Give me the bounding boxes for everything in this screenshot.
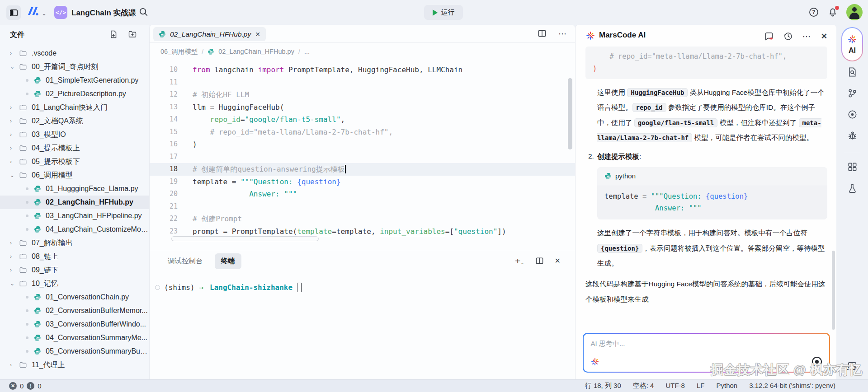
code-line[interactable]: 10from langchain import PromptTemplate, … — [150, 64, 575, 76]
bell-icon[interactable] — [827, 6, 838, 17]
marscode-logo[interactable] — [26, 6, 40, 17]
tree-file[interactable]: 03_ConversationBufferWindo... — [0, 317, 149, 331]
tree-item-label: 03_模型IO — [32, 130, 66, 140]
tree-item-label: 06_调用模型 — [32, 171, 73, 180]
tab-debug-console[interactable]: 调试控制台 — [168, 257, 203, 266]
avatar[interactable] — [846, 4, 863, 20]
tree-file[interactable]: 01_ConversationChain.py — [0, 290, 149, 304]
language-mode[interactable]: Python — [716, 382, 737, 390]
code-text: # 初始化HF LLM — [178, 89, 249, 101]
ai-input-box[interactable]: AI 思考中... — [583, 333, 830, 373]
stop-generation-icon[interactable] — [812, 357, 822, 367]
terminal-output[interactable]: (shims) → LangChain-shizhanke — [150, 272, 575, 292]
sidebar-toggle-icon[interactable] — [6, 5, 21, 20]
interpreter[interactable]: 3.12.2 64-bit ('shims': pyenv) — [749, 382, 835, 390]
ai-paragraph: 这里创建了一个字符串模板，用于构建问答对。模板中有一个占位符 {question… — [597, 225, 827, 271]
search-icon[interactable] — [138, 7, 149, 17]
code-line[interactable]: 20 Answer: """ — [150, 188, 575, 201]
code-line[interactable]: 22# 创建Prompt — [150, 213, 575, 225]
tree-folder[interactable]: ⌄10_记忆 — [0, 277, 149, 290]
code-line[interactable]: 11 — [150, 76, 575, 89]
extensions-icon[interactable] — [847, 158, 858, 176]
history-icon[interactable] — [783, 32, 793, 41]
tree-file[interactable]: 05_ConversationSummaryBuff... — [0, 345, 149, 358]
new-chat-icon[interactable] — [764, 32, 774, 42]
tree-file[interactable]: 02_ConversationBufferMemor... — [0, 304, 149, 317]
close-icon[interactable]: ✕ — [555, 257, 561, 265]
tree-folder[interactable]: ›01_LangChain快速入门 — [0, 101, 149, 114]
ai-code-block[interactable]: # repo_id="meta-llama/Llama-2-7b-chat-hf… — [585, 47, 827, 79]
tree-folder[interactable]: ⌄00_开篇词_奇点时刻 — [0, 60, 149, 74]
inline-code-chip: {question} — [597, 244, 642, 253]
code-line[interactable]: 12# 初始化HF LLM — [150, 89, 575, 101]
ai-code-block[interactable]: pythontemplate = """Question: {question}… — [597, 167, 827, 219]
code-line[interactable]: 15 # repo_id="meta-llama/Llama-2-7b-chat… — [150, 126, 575, 139]
breadcrumb-file[interactable]: 02_LangChain_HFHub.py — [218, 48, 294, 55]
editor-tab-bar: 02_LangChain_HFHub.py ✕ ⋯ — [150, 25, 575, 43]
close-icon[interactable]: ✕ — [821, 32, 827, 41]
editor-tab[interactable]: 02_LangChain_HFHub.py ✕ — [153, 27, 266, 41]
tree-folder[interactable]: ›02_文档QA系统 — [0, 114, 149, 128]
tree-folder[interactable]: ›04_提示模板上 — [0, 141, 149, 155]
folder-icon — [19, 144, 27, 152]
split-panel-icon[interactable] — [535, 257, 544, 265]
tree-folder[interactable]: ›05_提示模板下 — [0, 155, 149, 168]
tree-file[interactable]: 04_LangChain_CustomizeMod... — [0, 223, 149, 236]
code-editor[interactable]: 10from langchain import PromptTemplate, … — [150, 60, 575, 251]
code-line[interactable]: 19template = """Question: {question} — [150, 176, 575, 188]
problems-indicator[interactable]: ✕ 0 ! 0 — [0, 382, 42, 390]
code-line[interactable]: 17 — [150, 151, 575, 163]
encoding[interactable]: UTF-8 — [665, 382, 685, 390]
split-editor-icon[interactable] — [538, 29, 547, 39]
text-cursor — [345, 165, 346, 173]
tree-folder[interactable]: ›08_链上 — [0, 250, 149, 263]
cursor-position[interactable]: 行 18, 列 30 — [585, 382, 621, 390]
code-line[interactable]: 18# 创建简单的question-answering提示模板 — [150, 163, 575, 176]
new-folder-icon[interactable] — [128, 30, 137, 39]
tree-item-label: 01_LangChain快速入门 — [32, 103, 108, 112]
chevron-down-icon[interactable]: ⌄ — [122, 10, 127, 17]
python-file-icon — [34, 334, 41, 341]
tree-file[interactable]: 02_LangChain_HFHub.py — [0, 196, 149, 209]
tree-item-label: 11_代理上 — [32, 360, 65, 370]
tree-folder[interactable]: ›03_模型IO — [0, 128, 149, 141]
file-search-icon[interactable] — [847, 61, 858, 83]
tree-folder[interactable]: ⌄06_调用模型 — [0, 168, 149, 182]
folder-icon — [19, 49, 27, 57]
tree-file[interactable]: 01_HugggingFace_Llama.py — [0, 182, 149, 196]
tree-file[interactable]: 01_SimpleTextGeneration.py — [0, 74, 149, 87]
tree-file[interactable]: 04_ConversationSummaryMe... — [0, 331, 149, 345]
tree-folder[interactable]: ›.vscode — [0, 47, 149, 60]
divider — [844, 152, 860, 152]
more-icon[interactable]: ⋯ — [558, 29, 567, 39]
tree-folder[interactable]: ›09_链下 — [0, 263, 149, 277]
tree-folder[interactable]: ›07_解析输出 — [0, 236, 149, 250]
breadcrumb-folder[interactable]: 06_调用模型 — [160, 47, 198, 56]
run-button[interactable]: 运行 — [424, 5, 463, 20]
debug-icon[interactable] — [847, 125, 858, 146]
code-line[interactable]: 14 repo_id="google/flan-t5-small", — [150, 113, 575, 126]
indent-setting[interactable]: 空格: 4 — [633, 382, 654, 390]
tab-terminal[interactable]: 终端 — [215, 253, 241, 269]
eol-type[interactable]: LF — [697, 382, 705, 390]
chevron-down-icon[interactable]: ⌄ — [42, 10, 47, 17]
more-icon[interactable]: ⋯ — [802, 31, 811, 42]
tree-file[interactable]: 02_PictureDescription.py — [0, 87, 149, 101]
breadcrumb-symbol[interactable]: ... — [304, 48, 310, 55]
ai-badge[interactable]: AI — [841, 27, 863, 61]
tree-folder[interactable]: ›11_代理上 — [0, 358, 149, 372]
close-icon[interactable]: ✕ — [255, 31, 260, 38]
new-file-icon[interactable] — [109, 30, 118, 39]
new-terminal-icon[interactable]: +⌄ — [515, 256, 524, 266]
code-line[interactable]: 16) — [150, 138, 575, 151]
panel-scrollbar[interactable] — [832, 251, 835, 330]
tree-file[interactable]: 03_LangChain_HFPipeline.py — [0, 209, 149, 223]
code-line[interactable]: 21 — [150, 201, 575, 213]
source-control-icon[interactable] — [847, 83, 858, 104]
preview-icon[interactable] — [847, 104, 858, 125]
help-icon[interactable] — [808, 7, 819, 18]
code-line[interactable]: 13llm = HuggingFaceHub( — [150, 101, 575, 114]
code-line[interactable]: 23prompt = PromptTemplate(template=templ… — [150, 225, 575, 238]
device-icon[interactable] — [846, 360, 858, 372]
tests-icon[interactable] — [847, 176, 858, 201]
